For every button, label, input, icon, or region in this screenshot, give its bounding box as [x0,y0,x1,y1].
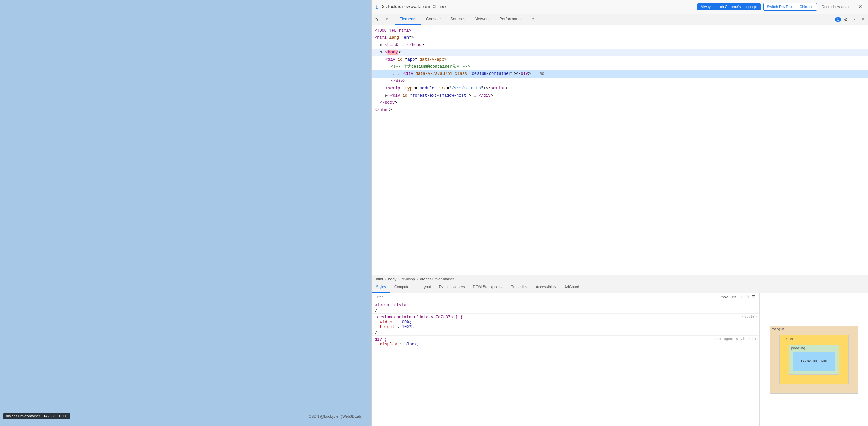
css-rules: :hov .cls + ⊞ ☰ element.style { [372,293,759,426]
dismiss-notification-button[interactable]: Don't show again [820,3,852,10]
margin-top: – [813,328,815,332]
svg-rect-1 [387,19,388,20]
close-notification-button[interactable]: ✕ [856,3,864,11]
css-block-cesium-container: .cesium-container[data-v-7a7a37b1] { <st… [372,314,759,336]
padding-label: padding [791,346,805,350]
dom-line-div-close[interactable]: </div> [372,78,868,85]
viewport-label: div.cesium-container 1428 × 1001.6 [3,413,70,419]
notification-text: DevTools is now available in Chinese! [380,4,695,9]
dom-line-comment[interactable]: <!-- 作为cesium的container元素 --> [372,63,868,70]
more-style-button[interactable]: ⊞ [745,294,750,299]
border-right: – [844,358,846,361]
dom-area: <!DOCTYPE html> <html lang="en"> ▶ <head… [372,25,868,275]
devtools-panel: ℹ DevTools is now available in Chinese! … [371,0,868,426]
browser-viewport: div.cesium-container 1428 × 1001.6 CSDN … [0,0,371,426]
margin-right: – [853,358,855,361]
border-label: border [782,337,794,341]
styles-tabs: Styles Computed Layout Event Listeners D… [372,283,868,293]
box-model-area: margin – – – – border – – – [759,293,868,426]
dom-line-forest[interactable]: ▶ <div id="forest-ext-shadow-host"> … </… [372,92,868,99]
info-icon: ℹ [376,4,378,10]
tab-network[interactable]: Network [470,14,494,25]
styles-tab-computed[interactable]: Computed [390,283,416,293]
toolbar-right: 1 ⚙ ⋮ ✕ [834,15,867,23]
dom-line-head[interactable]: ▶ <head> … </head> [372,42,868,49]
padding-top: – [813,347,815,351]
notification-bar: ℹ DevTools is now available in Chinese! … [372,0,868,14]
styles-tab-styles[interactable]: Styles [372,283,390,293]
dom-line-cesium-container[interactable]: ... <div data-v-7a7a37b1 class="cesium-c… [372,70,868,78]
breadcrumb-html[interactable]: html [375,277,384,281]
toggle-hov-button[interactable]: :hov [719,294,729,299]
inspect-element-button[interactable] [373,16,381,23]
settings-button[interactable]: ⚙ [842,15,850,23]
more-options-button[interactable]: ⋮ [850,15,858,23]
add-style-button[interactable]: + [739,294,743,299]
close-devtools-button[interactable]: ✕ [859,15,867,23]
filter-bar: :hov .cls + ⊞ ☰ [372,293,759,301]
breadcrumb-bar: html › body › div#app › div.cesium-conta… [372,275,868,283]
tab-more[interactable]: » [527,14,539,25]
devtools-tabs: Elements Console Sources Network Perform… [395,14,539,25]
margin-label: margin [772,327,784,331]
border-left: – [782,358,784,361]
filter-icons: :hov .cls + ⊞ ☰ [719,294,757,299]
breadcrumb-body[interactable]: body [387,277,398,281]
css-block-element-style: element.style { } [372,301,759,314]
styles-tab-properties[interactable]: Properties [506,283,532,293]
styles-filter-input[interactable] [375,295,718,299]
tab-performance[interactable]: Performance [494,14,527,25]
switch-devtools-button[interactable]: Switch DevTools to Chinese [763,3,817,11]
device-toolbar-button[interactable] [382,16,390,23]
toggle-style-button[interactable]: ☰ [751,294,757,299]
tab-console[interactable]: Console [421,14,446,25]
devtools-toolbar: Elements Console Sources Network Perform… [372,14,868,25]
element-dimensions: 1428 × 1001.6 [43,414,67,418]
border-top: – [813,338,815,341]
margin-left: – [772,358,774,361]
toolbar-icons [373,16,393,23]
breadcrumb-cesium-container[interactable]: div.cesium-container [419,277,455,281]
styles-tab-accessibility[interactable]: Accessibility [532,283,560,293]
viewport-credit: CSDN @LuckyJie（Web3DLab） [309,414,365,419]
dom-line-body[interactable]: ▼ <body> [372,49,868,56]
styles-tab-layout[interactable]: Layout [416,283,435,293]
styles-tab-adguard[interactable]: AdGuard [560,283,583,293]
breadcrumb-div-app[interactable]: div#app [400,277,416,281]
box-content-value: 1428×1001.600 [800,359,827,363]
dom-line-doctype[interactable]: <!DOCTYPE html> [372,27,868,34]
element-selector-label: div.cesium-container [6,414,40,418]
dom-line-div-app[interactable]: <div id="app" data-v-app> [372,56,868,63]
dom-line-html-close[interactable]: </html> [372,106,868,114]
css-block-div: div { user agent stylesheet display : bl… [372,336,759,353]
match-language-button[interactable]: Always match Chrome's language [697,3,761,10]
error-badge: 1 [835,17,841,22]
margin-bottom: – [813,388,815,391]
dom-line-body-close[interactable]: </body> [372,99,868,106]
dom-content[interactable]: <!DOCTYPE html> <html lang="en"> ▶ <head… [372,25,868,275]
dom-line-html[interactable]: <html lang="en"> [372,34,868,42]
border-bottom: – [813,378,815,382]
tab-elements[interactable]: Elements [395,14,421,25]
tab-sources[interactable]: Sources [446,14,470,25]
styles-tab-dom-breakpoints[interactable]: DOM Breakpoints [469,283,507,293]
dom-line-script[interactable]: <script type="module" src="/src/main.ts"… [372,85,868,92]
styles-tab-event-listeners[interactable]: Event Listeners [435,283,469,293]
svg-rect-0 [384,18,387,20]
toggle-cls-button[interactable]: .cls [730,294,738,299]
styles-content: :hov .cls + ⊞ ☰ element.style { [372,293,868,426]
styles-panel: Styles Computed Layout Event Listeners D… [372,283,868,426]
